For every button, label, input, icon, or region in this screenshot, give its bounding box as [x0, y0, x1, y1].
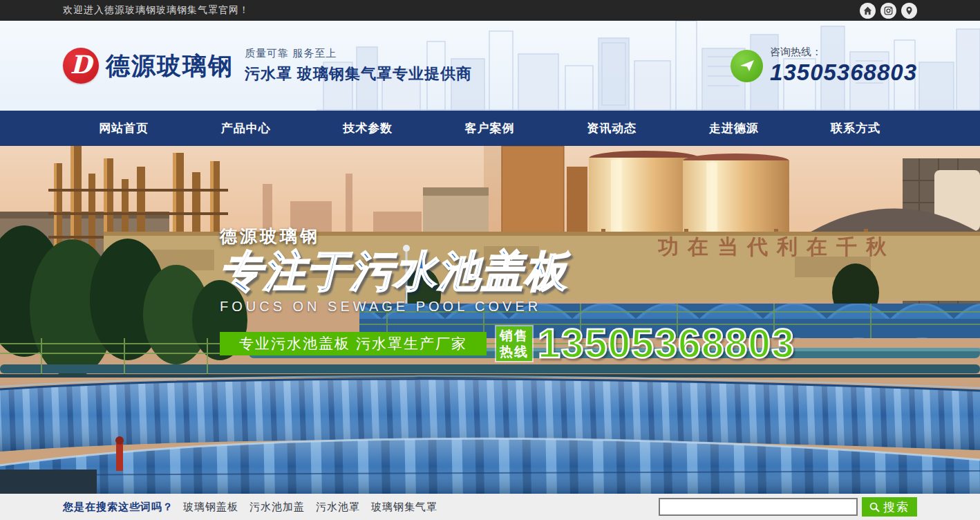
hero-brand: 德源玻璃钢	[220, 225, 795, 248]
keyword-link-frp-cover[interactable]: 玻璃钢盖板	[183, 501, 238, 514]
header-tagline: 质量可靠 服务至上 污水罩 玻璃钢集气罩专业提供商	[245, 47, 472, 84]
magnifier-icon	[869, 502, 880, 512]
logo-text: 德源玻璃钢	[106, 50, 234, 82]
hero-hotline-badge-line2: 热线	[500, 344, 529, 360]
nav-item-about[interactable]: 走进德源	[673, 111, 795, 146]
hero-banner: 功在当代利在千秋 德源玻璃钢 专注于污水池盖板 FOUCS ON SEWAGE …	[0, 146, 980, 494]
nav-item-specs[interactable]: 技术参数	[307, 111, 429, 146]
keyword-link-gas-collecting-hood[interactable]: 玻璃钢集气罩	[371, 501, 437, 514]
nav-item-products[interactable]: 产品中心	[185, 111, 308, 146]
tagline-small: 质量可靠 服务至上	[245, 47, 472, 60]
header-hotline: 咨询热线： 13505368803	[731, 46, 917, 86]
search-strip: 您是在搜索这些词吗？ 玻璃钢盖板 污水池加盖 污水池罩 玻璃钢集气罩 搜索	[0, 494, 980, 520]
welcome-text: 欢迎进入德源玻璃钢玻璃钢集气罩官网！	[63, 4, 249, 17]
hero-phone-number: 13505368803	[538, 324, 795, 364]
nav-item-home[interactable]: 网站首页	[63, 111, 185, 146]
nav-item-cases[interactable]: 客户案例	[429, 111, 552, 146]
logo-mark-icon: D	[63, 48, 99, 84]
hero-text-block: 德源玻璃钢 专注于污水池盖板 FOUCS ON SEWAGE POOL COVE…	[220, 225, 795, 364]
site-header: D 德源玻璃钢 质量可靠 服务至上 污水罩 玻璃钢集气罩专业提供商 咨询热线： …	[0, 21, 980, 111]
nav-item-news[interactable]: 资讯动态	[551, 111, 673, 146]
location-pin-icon[interactable]	[901, 3, 917, 19]
hero-title: 专注于污水池盖板	[220, 249, 795, 295]
social-links	[860, 3, 917, 19]
main-nav: 网站首页 产品中心 技术参数 客户案例 资讯动态 走进德源 联系方式	[0, 111, 980, 146]
search-button[interactable]: 搜索	[862, 497, 917, 517]
tagline-big: 污水罩 玻璃钢集气罩专业提供商	[245, 64, 472, 84]
hero-hotline-badge: 销售 热线	[496, 326, 532, 361]
hotline-number: 13505368803	[770, 59, 917, 86]
search-input[interactable]	[659, 498, 858, 516]
home-icon[interactable]	[860, 3, 876, 19]
keyword-link-pool-cover[interactable]: 污水池罩	[316, 501, 360, 514]
search-strip-label: 您是在搜索这些词吗？	[63, 501, 173, 514]
hero-hotline-badge-line1: 销售	[500, 328, 529, 344]
search-button-label: 搜索	[883, 499, 910, 515]
paper-plane-icon	[731, 50, 763, 82]
hero-cta-button[interactable]: 专业污水池盖板 污水罩生产厂家	[220, 332, 487, 355]
hotline-label: 咨询热线：	[770, 46, 917, 59]
nav-item-contact[interactable]: 联系方式	[795, 111, 917, 146]
topbar: 欢迎进入德源玻璃钢玻璃钢集气罩官网！	[0, 0, 980, 21]
hero-subtitle: FOUCS ON SEWAGE POOL COVER	[220, 299, 795, 315]
hot-keywords: 玻璃钢盖板 污水池加盖 污水池罩 玻璃钢集气罩	[183, 501, 437, 514]
logo[interactable]: D 德源玻璃钢	[63, 48, 234, 84]
instagram-icon[interactable]	[880, 3, 896, 19]
keyword-link-pool-capping[interactable]: 污水池加盖	[249, 501, 305, 514]
